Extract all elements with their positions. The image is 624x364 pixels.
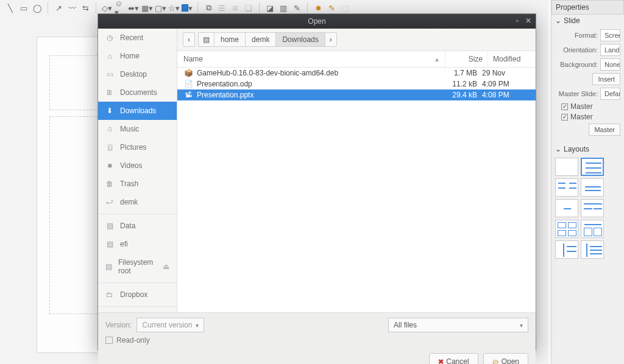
block-arrow-icon[interactable]: ⬌▾ — [128, 2, 139, 13]
file-modified: 4:09 PM — [482, 80, 530, 88]
layout-3rows[interactable] — [581, 220, 604, 238]
filter-icon[interactable]: ▥ — [278, 2, 289, 13]
gluepoint-icon[interactable]: ✸ — [313, 2, 324, 13]
sidebar-item-efi[interactable]: ▤efi — [98, 235, 177, 253]
path-user[interactable]: demk — [245, 32, 276, 47]
version-combo[interactable]: Current version▾ — [136, 318, 204, 332]
shadow-icon[interactable]: ◪ — [264, 2, 275, 13]
file-list-header: Name ▴ Size Modified — [177, 51, 536, 68]
crop-icon[interactable]: ⧉ — [203, 2, 214, 13]
cancel-icon: ✖ — [438, 358, 444, 365]
gradient-icon[interactable]: ✎ — [291, 2, 302, 13]
layouts-section[interactable]: ⌄Layouts — [551, 143, 624, 155]
path-root-icon[interactable]: ▤ — [198, 32, 214, 47]
file-row[interactable]: 📄Presentation.odp11.2 kB4:09 PM — [177, 79, 536, 89]
sidebar-item-label: demk — [120, 198, 138, 206]
layout-2col[interactable] — [581, 199, 604, 217]
star-icon[interactable]: ☆▾ — [168, 2, 179, 13]
path-current[interactable]: Downloads — [275, 32, 325, 47]
layout-title-only[interactable] — [581, 178, 604, 197]
file-icon: 📽 — [183, 91, 193, 99]
orientation-field[interactable]: Landscape — [600, 44, 620, 56]
open-button[interactable]: 🗁Open — [483, 353, 528, 364]
layout-split-v[interactable] — [555, 240, 578, 259]
file-type-combo[interactable]: All files▾ — [388, 318, 528, 332]
sidebar-item-demk[interactable]: ⮐demk — [98, 193, 177, 211]
sidebar-item-label: Videos — [120, 161, 142, 170]
sidebar-item-recent[interactable]: ◷Recent — [98, 29, 177, 47]
insert-image-button[interactable]: Insert — [592, 73, 620, 85]
path-home[interactable]: home — [214, 32, 246, 47]
sidebar-item-filesystem-root[interactable]: ▤Filesystem root⏏ — [98, 253, 177, 280]
master-bg-checkbox[interactable]: ✓Master — [561, 102, 620, 111]
sidebar-item-label: Music — [120, 125, 139, 133]
grid-icon[interactable]: ▦▾ — [141, 2, 152, 13]
sort-asc-icon: ▴ — [435, 55, 439, 63]
dialog-footer: Version: Current version▾ All files▾ Rea… — [98, 312, 536, 364]
fill-color-icon[interactable]: ▾ — [182, 2, 193, 13]
sidebar-item-other-locations[interactable]: +Other Locations — [98, 309, 177, 312]
layout-blank[interactable] — [555, 158, 578, 176]
sidebar-item-videos[interactable]: ■Videos — [98, 156, 177, 175]
sidebar-item-data[interactable]: ▤Data — [98, 217, 177, 235]
header-name[interactable]: Name ▴ — [177, 51, 445, 67]
layout-side-text[interactable] — [581, 240, 604, 259]
basic-shape-icon[interactable]: ◇▾ — [101, 2, 112, 13]
place-icon: 🗎 — [105, 88, 114, 97]
file-row[interactable]: 📦GameHub-0.16.0-83-dev-bionic-amd64.deb1… — [177, 68, 536, 79]
chevron-down-icon: ⌄ — [555, 145, 561, 153]
sidebar-item-label: Filesystem root — [118, 258, 157, 275]
sidebar-item-desktop[interactable]: ▭Desktop — [98, 65, 177, 83]
line-icon[interactable]: ╲ — [5, 2, 16, 13]
group-icon[interactable]: ⧈ — [230, 2, 241, 13]
file-size: 29.4 kB — [439, 91, 482, 99]
close-icon[interactable]: ✕ — [523, 16, 533, 26]
sidebar-item-trash[interactable]: 🗑Trash — [98, 175, 177, 193]
background-label: Background: — [555, 61, 598, 68]
extrusion-icon[interactable]: ⬚ — [339, 2, 350, 13]
master-bg-label: Master — [570, 102, 593, 111]
layout-title-2content[interactable] — [555, 178, 578, 197]
highlight-icon[interactable]: ✎ — [326, 2, 337, 13]
sidebar-item-pictures[interactable]: ⌼Pictures — [98, 138, 177, 156]
curve-icon[interactable]: 〰 — [66, 2, 77, 13]
layout-centered[interactable] — [555, 199, 578, 217]
sidebar-item-music[interactable]: ♫Music — [98, 120, 177, 138]
place-icon: ⮐ — [105, 198, 114, 206]
align-icon[interactable]: ☰ — [216, 2, 227, 13]
path-back-button[interactable]: ‹ — [183, 32, 195, 47]
sidebar-item-downloads[interactable]: ⬇Downloads — [98, 102, 177, 120]
maximize-icon[interactable]: ▫ — [512, 16, 522, 26]
format-field[interactable]: Screen — [600, 29, 620, 41]
arrow-icon[interactable]: ↗ — [53, 2, 64, 13]
layout-title-content[interactable] — [581, 158, 604, 176]
connector-icon[interactable]: ⇆ — [80, 2, 91, 13]
file-row[interactable]: 📽Presentation.pptx29.4 kB4:08 PM — [177, 89, 536, 100]
header-modified[interactable]: Modified — [488, 51, 536, 67]
header-size[interactable]: Size — [445, 51, 488, 67]
file-modified: 4:08 PM — [482, 91, 530, 99]
master-slide-button[interactable]: Master — [589, 124, 620, 136]
sidebar-item-label: Trash — [120, 180, 138, 188]
sidebar-item-dropbox[interactable]: 🗀Dropbox — [98, 285, 177, 304]
arrange-icon[interactable]: ❏ — [243, 2, 254, 13]
eject-icon[interactable]: ⏏ — [163, 262, 169, 271]
sidebar-item-documents[interactable]: 🗎Documents — [98, 83, 177, 102]
file-list[interactable]: 📦GameHub-0.16.0-83-dev-bionic-amd64.deb1… — [177, 68, 536, 312]
callout-icon[interactable]: ▢▾ — [155, 2, 166, 13]
sidebar-item-label: Pictures — [120, 143, 146, 152]
file-name: Presentation.pptx — [197, 91, 439, 99]
circle-icon[interactable]: ◯ — [32, 2, 43, 13]
layout-4boxes[interactable] — [555, 220, 578, 238]
master-slide-field[interactable]: Default — [600, 88, 620, 100]
cancel-button[interactable]: ✖Cancel — [429, 353, 478, 364]
readonly-checkbox[interactable]: Read-only — [105, 336, 528, 345]
path-forward-button[interactable]: › — [325, 32, 337, 47]
sidebar-item-home[interactable]: ⌂Home — [98, 47, 177, 65]
smiley-icon[interactable]: ☺▾ — [115, 2, 126, 13]
dialog-titlebar[interactable]: Open ▫ ✕ — [98, 14, 536, 29]
background-field[interactable]: None — [600, 58, 620, 71]
master-objects-checkbox[interactable]: ✓Master — [561, 113, 620, 121]
slide-section[interactable]: ⌄Slide — [551, 15, 624, 27]
rect-icon[interactable]: ▭ — [18, 2, 29, 13]
